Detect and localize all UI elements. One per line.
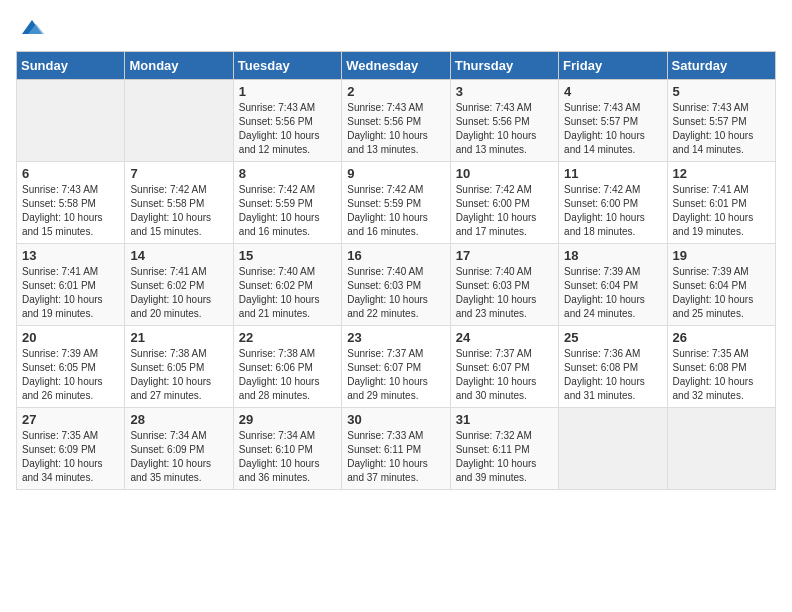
weekday-header-row: SundayMondayTuesdayWednesdayThursdayFrid… [17, 52, 776, 80]
weekday-header-friday: Friday [559, 52, 667, 80]
day-info: Sunrise: 7:40 AM Sunset: 6:02 PM Dayligh… [239, 265, 336, 321]
day-number: 21 [130, 330, 227, 345]
day-number: 19 [673, 248, 770, 263]
calendar-cell [559, 408, 667, 490]
day-info: Sunrise: 7:43 AM Sunset: 5:58 PM Dayligh… [22, 183, 119, 239]
day-info: Sunrise: 7:37 AM Sunset: 6:07 PM Dayligh… [347, 347, 444, 403]
calendar-cell: 6Sunrise: 7:43 AM Sunset: 5:58 PM Daylig… [17, 162, 125, 244]
day-info: Sunrise: 7:35 AM Sunset: 6:09 PM Dayligh… [22, 429, 119, 485]
calendar-cell: 26Sunrise: 7:35 AM Sunset: 6:08 PM Dayli… [667, 326, 775, 408]
weekday-header-monday: Monday [125, 52, 233, 80]
day-number: 24 [456, 330, 553, 345]
calendar-cell: 25Sunrise: 7:36 AM Sunset: 6:08 PM Dayli… [559, 326, 667, 408]
calendar-cell: 12Sunrise: 7:41 AM Sunset: 6:01 PM Dayli… [667, 162, 775, 244]
calendar-cell: 16Sunrise: 7:40 AM Sunset: 6:03 PM Dayli… [342, 244, 450, 326]
calendar-cell: 1Sunrise: 7:43 AM Sunset: 5:56 PM Daylig… [233, 80, 341, 162]
calendar-cell: 18Sunrise: 7:39 AM Sunset: 6:04 PM Dayli… [559, 244, 667, 326]
calendar-cell: 5Sunrise: 7:43 AM Sunset: 5:57 PM Daylig… [667, 80, 775, 162]
calendar-cell: 15Sunrise: 7:40 AM Sunset: 6:02 PM Dayli… [233, 244, 341, 326]
day-info: Sunrise: 7:40 AM Sunset: 6:03 PM Dayligh… [347, 265, 444, 321]
day-info: Sunrise: 7:40 AM Sunset: 6:03 PM Dayligh… [456, 265, 553, 321]
day-number: 18 [564, 248, 661, 263]
day-number: 27 [22, 412, 119, 427]
calendar-week-row: 27Sunrise: 7:35 AM Sunset: 6:09 PM Dayli… [17, 408, 776, 490]
day-info: Sunrise: 7:42 AM Sunset: 6:00 PM Dayligh… [456, 183, 553, 239]
day-number: 30 [347, 412, 444, 427]
calendar-week-row: 13Sunrise: 7:41 AM Sunset: 6:01 PM Dayli… [17, 244, 776, 326]
day-info: Sunrise: 7:36 AM Sunset: 6:08 PM Dayligh… [564, 347, 661, 403]
day-number: 31 [456, 412, 553, 427]
calendar-week-row: 6Sunrise: 7:43 AM Sunset: 5:58 PM Daylig… [17, 162, 776, 244]
day-number: 5 [673, 84, 770, 99]
day-info: Sunrise: 7:38 AM Sunset: 6:06 PM Dayligh… [239, 347, 336, 403]
day-number: 8 [239, 166, 336, 181]
calendar-cell: 3Sunrise: 7:43 AM Sunset: 5:56 PM Daylig… [450, 80, 558, 162]
day-number: 23 [347, 330, 444, 345]
calendar-cell: 21Sunrise: 7:38 AM Sunset: 6:05 PM Dayli… [125, 326, 233, 408]
calendar-cell: 22Sunrise: 7:38 AM Sunset: 6:06 PM Dayli… [233, 326, 341, 408]
day-info: Sunrise: 7:37 AM Sunset: 6:07 PM Dayligh… [456, 347, 553, 403]
day-info: Sunrise: 7:41 AM Sunset: 6:02 PM Dayligh… [130, 265, 227, 321]
day-number: 28 [130, 412, 227, 427]
day-info: Sunrise: 7:39 AM Sunset: 6:04 PM Dayligh… [564, 265, 661, 321]
weekday-header-saturday: Saturday [667, 52, 775, 80]
day-number: 11 [564, 166, 661, 181]
day-number: 12 [673, 166, 770, 181]
day-info: Sunrise: 7:42 AM Sunset: 5:59 PM Dayligh… [239, 183, 336, 239]
day-info: Sunrise: 7:41 AM Sunset: 6:01 PM Dayligh… [22, 265, 119, 321]
calendar-cell: 2Sunrise: 7:43 AM Sunset: 5:56 PM Daylig… [342, 80, 450, 162]
calendar-cell: 17Sunrise: 7:40 AM Sunset: 6:03 PM Dayli… [450, 244, 558, 326]
day-info: Sunrise: 7:38 AM Sunset: 6:05 PM Dayligh… [130, 347, 227, 403]
day-info: Sunrise: 7:41 AM Sunset: 6:01 PM Dayligh… [673, 183, 770, 239]
day-info: Sunrise: 7:43 AM Sunset: 5:56 PM Dayligh… [239, 101, 336, 157]
calendar-cell: 9Sunrise: 7:42 AM Sunset: 5:59 PM Daylig… [342, 162, 450, 244]
day-number: 26 [673, 330, 770, 345]
day-number: 14 [130, 248, 227, 263]
day-number: 6 [22, 166, 119, 181]
day-info: Sunrise: 7:35 AM Sunset: 6:08 PM Dayligh… [673, 347, 770, 403]
day-info: Sunrise: 7:42 AM Sunset: 6:00 PM Dayligh… [564, 183, 661, 239]
calendar-cell: 13Sunrise: 7:41 AM Sunset: 6:01 PM Dayli… [17, 244, 125, 326]
day-info: Sunrise: 7:43 AM Sunset: 5:56 PM Dayligh… [347, 101, 444, 157]
day-info: Sunrise: 7:43 AM Sunset: 5:57 PM Dayligh… [673, 101, 770, 157]
calendar-table: SundayMondayTuesdayWednesdayThursdayFrid… [16, 51, 776, 490]
calendar-cell: 10Sunrise: 7:42 AM Sunset: 6:00 PM Dayli… [450, 162, 558, 244]
calendar-cell: 4Sunrise: 7:43 AM Sunset: 5:57 PM Daylig… [559, 80, 667, 162]
day-number: 20 [22, 330, 119, 345]
day-info: Sunrise: 7:43 AM Sunset: 5:56 PM Dayligh… [456, 101, 553, 157]
calendar-cell: 20Sunrise: 7:39 AM Sunset: 6:05 PM Dayli… [17, 326, 125, 408]
calendar-cell [667, 408, 775, 490]
weekday-header-wednesday: Wednesday [342, 52, 450, 80]
weekday-header-thursday: Thursday [450, 52, 558, 80]
calendar-cell [17, 80, 125, 162]
page-header [16, 16, 776, 43]
calendar-cell: 24Sunrise: 7:37 AM Sunset: 6:07 PM Dayli… [450, 326, 558, 408]
day-info: Sunrise: 7:43 AM Sunset: 5:57 PM Dayligh… [564, 101, 661, 157]
calendar-cell: 11Sunrise: 7:42 AM Sunset: 6:00 PM Dayli… [559, 162, 667, 244]
day-number: 4 [564, 84, 661, 99]
calendar-cell: 14Sunrise: 7:41 AM Sunset: 6:02 PM Dayli… [125, 244, 233, 326]
day-info: Sunrise: 7:34 AM Sunset: 6:10 PM Dayligh… [239, 429, 336, 485]
calendar-week-row: 20Sunrise: 7:39 AM Sunset: 6:05 PM Dayli… [17, 326, 776, 408]
logo [16, 16, 46, 43]
calendar-cell: 31Sunrise: 7:32 AM Sunset: 6:11 PM Dayli… [450, 408, 558, 490]
day-number: 10 [456, 166, 553, 181]
calendar-cell: 29Sunrise: 7:34 AM Sunset: 6:10 PM Dayli… [233, 408, 341, 490]
weekday-header-sunday: Sunday [17, 52, 125, 80]
day-number: 15 [239, 248, 336, 263]
day-info: Sunrise: 7:42 AM Sunset: 5:58 PM Dayligh… [130, 183, 227, 239]
day-number: 25 [564, 330, 661, 345]
day-number: 29 [239, 412, 336, 427]
calendar-cell: 7Sunrise: 7:42 AM Sunset: 5:58 PM Daylig… [125, 162, 233, 244]
day-info: Sunrise: 7:39 AM Sunset: 6:05 PM Dayligh… [22, 347, 119, 403]
day-info: Sunrise: 7:42 AM Sunset: 5:59 PM Dayligh… [347, 183, 444, 239]
day-number: 22 [239, 330, 336, 345]
calendar-week-row: 1Sunrise: 7:43 AM Sunset: 5:56 PM Daylig… [17, 80, 776, 162]
day-number: 16 [347, 248, 444, 263]
day-info: Sunrise: 7:39 AM Sunset: 6:04 PM Dayligh… [673, 265, 770, 321]
day-number: 17 [456, 248, 553, 263]
calendar-cell: 23Sunrise: 7:37 AM Sunset: 6:07 PM Dayli… [342, 326, 450, 408]
calendar-cell: 30Sunrise: 7:33 AM Sunset: 6:11 PM Dayli… [342, 408, 450, 490]
day-number: 2 [347, 84, 444, 99]
day-number: 3 [456, 84, 553, 99]
